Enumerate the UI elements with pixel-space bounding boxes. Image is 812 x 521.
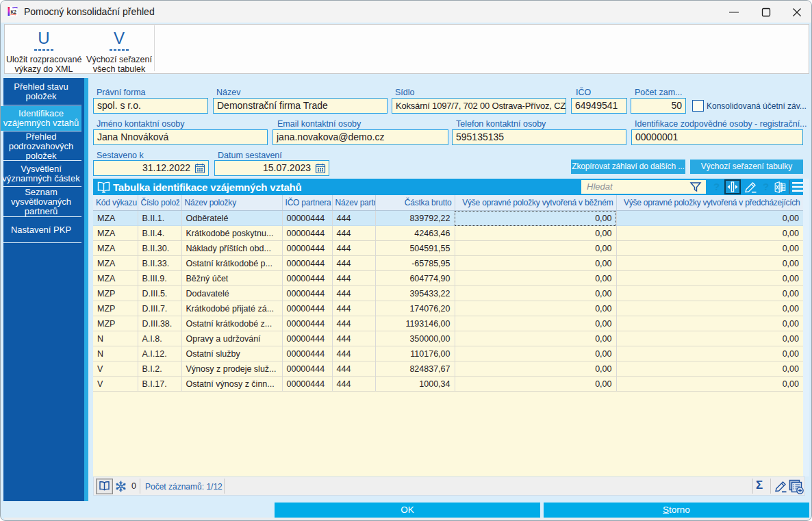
svg-text:K2: K2: [11, 10, 17, 14]
